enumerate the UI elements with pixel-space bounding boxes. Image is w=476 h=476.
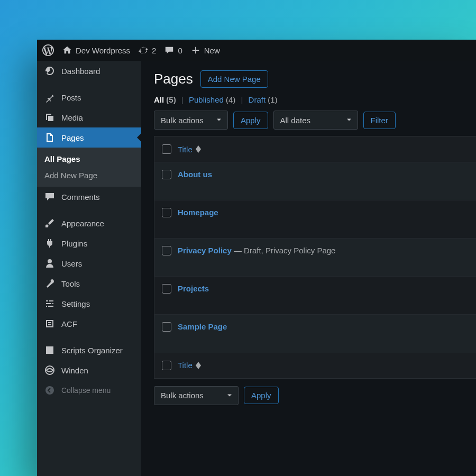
pages-table: Title About usHomepagePrivacy Policy — D…	[154, 136, 476, 379]
sidebar-item-users[interactable]: Users	[37, 253, 141, 273]
sidebar-item-scripts-organizer[interactable]: Scripts Organizer	[37, 340, 141, 360]
sidebar-item-dashboard[interactable]: Dashboard	[37, 61, 141, 81]
sort-icon	[196, 362, 201, 369]
row-status-suffix: — Draft, Privacy Policy Page	[232, 246, 336, 255]
bulk-actions-select[interactable]: Bulk actions	[154, 111, 228, 130]
submenu-add-new-page[interactable]: Add New Page	[37, 167, 141, 184]
sidebar-item-posts[interactable]: Posts	[37, 87, 141, 107]
page-title-link[interactable]: Privacy Policy	[178, 246, 232, 255]
brush-icon	[44, 218, 55, 228]
row-checkbox[interactable]	[162, 284, 171, 294]
column-footer-title[interactable]: Title	[178, 361, 201, 370]
sidebar-item-label: Media	[61, 113, 83, 122]
table-row: About us	[154, 162, 477, 200]
sidebar-item-label: Comments	[61, 193, 100, 202]
bulk-actions-select-bottom[interactable]: Bulk actions	[154, 386, 239, 405]
adminbar-site-link[interactable]: Dev Wordpress	[62, 45, 130, 55]
row-checkbox[interactable]	[162, 170, 171, 179]
select-all-checkbox-top[interactable]	[162, 144, 171, 154]
page-title-link[interactable]: Projects	[178, 284, 209, 293]
wordpress-icon	[42, 44, 54, 56]
filter-published[interactable]: Published (4)	[189, 95, 235, 104]
updates-count: 2	[152, 46, 156, 55]
sort-icon	[196, 145, 201, 153]
comment-icon	[44, 191, 55, 202]
tablenav-top: Bulk actions Apply All dates Filter	[154, 111, 476, 130]
table-row: Projects	[154, 277, 477, 315]
sidebar-item-pages[interactable]: Pages	[37, 127, 141, 148]
sidebar-item-winden[interactable]: Winden	[37, 360, 141, 380]
comment-icon	[164, 45, 174, 55]
adminbar-updates[interactable]: 2	[139, 45, 156, 55]
sidebar-item-label: Appearance	[61, 219, 104, 228]
dashboard-icon	[44, 66, 55, 76]
sidebar-item-label: Winden	[61, 366, 88, 375]
sidebar-item-label: Pages	[61, 133, 84, 142]
table-row: Privacy Policy — Draft, Privacy Policy P…	[154, 239, 477, 277]
sidebar-item-plugins[interactable]: Plugins	[37, 233, 141, 253]
filter-all[interactable]: All (5)	[154, 95, 176, 104]
status-filters: All (5) | Published (4) | Draft (1)	[154, 95, 476, 104]
sidebar-item-label: Settings	[61, 299, 90, 308]
sidebar-item-appearance[interactable]: Appearance	[37, 213, 141, 233]
pushpin-icon	[44, 92, 55, 103]
apply-button-bottom[interactable]: Apply	[244, 387, 279, 404]
page-title: Pages	[154, 71, 193, 87]
table-row: Sample Page	[154, 315, 477, 353]
sidebar-item-comments[interactable]: Comments	[37, 187, 141, 207]
sidebar-item-label: Scripts Organizer	[61, 346, 123, 355]
chevron-down-icon	[225, 391, 234, 400]
sidebar-item-label: Plugins	[61, 239, 87, 248]
media-icon	[44, 112, 55, 123]
svg-point-1	[45, 386, 54, 395]
collapse-label: Collapse menu	[61, 386, 111, 395]
date-filter-select[interactable]: All dates	[273, 111, 358, 130]
plus-icon	[191, 45, 200, 55]
pages-icon	[44, 132, 55, 143]
add-new-page-button[interactable]: Add New Page	[200, 70, 268, 88]
row-checkbox[interactable]	[162, 246, 171, 255]
sidebar-item-acf[interactable]: ACF	[37, 314, 141, 334]
winden-icon	[44, 365, 55, 376]
page-title-link[interactable]: Sample Page	[178, 322, 227, 331]
apply-button-top[interactable]: Apply	[233, 112, 268, 129]
chevron-down-icon	[345, 116, 353, 124]
select-all-checkbox-bottom[interactable]	[162, 361, 171, 370]
sidebar-item-label: Users	[61, 259, 82, 268]
adminbar-new[interactable]: New	[191, 45, 220, 55]
row-checkbox[interactable]	[162, 322, 171, 332]
acf-icon	[44, 318, 55, 329]
table-row: Homepage	[154, 200, 477, 239]
wordpress-admin: Dev Wordpress 2 0 New Dashboard Posts	[37, 40, 476, 476]
chevron-down-icon	[215, 116, 223, 124]
wrench-icon	[44, 278, 55, 289]
row-checkbox[interactable]	[162, 208, 171, 217]
updates-icon	[139, 45, 148, 55]
filter-draft[interactable]: Draft (1)	[249, 95, 278, 104]
submenu-all-pages[interactable]: All Pages	[37, 151, 141, 167]
terminal-icon	[44, 345, 55, 355]
page-title-link[interactable]: Homepage	[178, 208, 218, 217]
sidebar-item-label: Posts	[61, 93, 81, 102]
home-icon	[62, 45, 72, 55]
collapse-icon	[44, 385, 55, 396]
sidebar-item-settings[interactable]: Settings	[37, 294, 141, 314]
filter-button[interactable]: Filter	[363, 112, 396, 129]
sliders-icon	[44, 298, 55, 309]
adminbar-comments[interactable]: 0	[164, 45, 182, 55]
sidebar-item-media[interactable]: Media	[37, 107, 141, 127]
sidebar-item-label: ACF	[61, 319, 77, 328]
sidebar-item-label: Dashboard	[61, 67, 100, 76]
comments-count: 0	[178, 46, 182, 55]
sidebar-item-label: Tools	[61, 279, 80, 288]
admin-bar: Dev Wordpress 2 0 New	[37, 40, 476, 61]
sidebar-submenu-pages: All Pages Add New Page	[37, 148, 141, 187]
page-title-link[interactable]: About us	[178, 170, 212, 179]
user-icon	[44, 258, 55, 269]
wp-logo[interactable]	[42, 44, 54, 56]
content-area: Pages Add New Page All (5) | Published (…	[141, 61, 476, 476]
tablenav-bottom: Bulk actions Apply	[154, 386, 476, 405]
column-header-title[interactable]: Title	[178, 145, 201, 154]
sidebar-item-tools[interactable]: Tools	[37, 273, 141, 294]
collapse-menu[interactable]: Collapse menu	[37, 380, 141, 400]
